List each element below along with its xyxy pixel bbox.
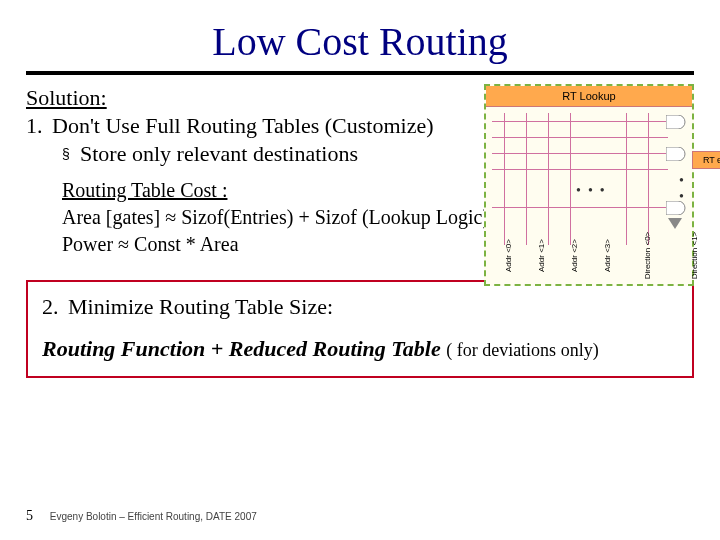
bullet-icon: § <box>62 146 80 162</box>
item-2-formula-main: Routing Function + Reduced Routing Table <box>42 336 441 361</box>
item-2: 2.Minimize Routing Table Size: <box>42 294 678 320</box>
item-1-sub-text: Store only relevant destinations <box>80 141 358 166</box>
title-underline <box>26 71 694 75</box>
buffer-icon <box>668 218 682 229</box>
rtcost-power: Power ≈ Const * Area <box>62 233 239 255</box>
fig-rt-entry-label: RT entry <box>692 151 720 169</box>
slide-title: Low Cost Routing <box>0 18 720 65</box>
rt-lookup-figure: RT Lookup • • • •• RT entry Addr <0> Add… <box>484 84 694 286</box>
fig-header: RT Lookup <box>486 86 692 107</box>
fig-label-addr0: Addr <0> <box>504 239 513 272</box>
fig-label-dir1: Direction <1> <box>691 232 700 280</box>
rtcost-label: Routing Table Cost : <box>62 179 227 201</box>
fig-bottom-labels: Addr <0> Addr <1> Addr <2> Addr <3> Dire… <box>486 249 692 260</box>
fig-grid: • • • •• RT entry <box>486 107 692 249</box>
fig-label-addr2: Addr <2> <box>570 239 579 272</box>
item-2-formula: Routing Function + Reduced Routing Table… <box>42 336 678 362</box>
page-number: 5 <box>26 508 33 523</box>
item-1-text: Don't Use Full Routing Tables (Customize… <box>52 113 434 138</box>
fig-label-dir0: Direction <0> <box>643 232 652 280</box>
slide-footer: 5 Evgeny Bolotin – Efficient Routing, DA… <box>26 508 257 524</box>
item-2-formula-tail: ( for deviations only) <box>446 340 598 360</box>
footer-credit: Evgeny Bolotin – Efficient Routing, DATE… <box>50 511 257 522</box>
fig-label-addr3: Addr <3> <box>603 239 612 272</box>
item-2-number: 2. <box>42 294 68 320</box>
item-1-number: 1. <box>26 113 52 139</box>
fig-label-addr1: Addr <1> <box>537 239 546 272</box>
item-2-text: Minimize Routing Table Size: <box>68 294 333 319</box>
rtcost-area: Area [gates] ≈ Sizof(Entries) + Sizof (L… <box>62 206 489 228</box>
item-2-box: 2.Minimize Routing Table Size: Routing F… <box>26 280 694 378</box>
